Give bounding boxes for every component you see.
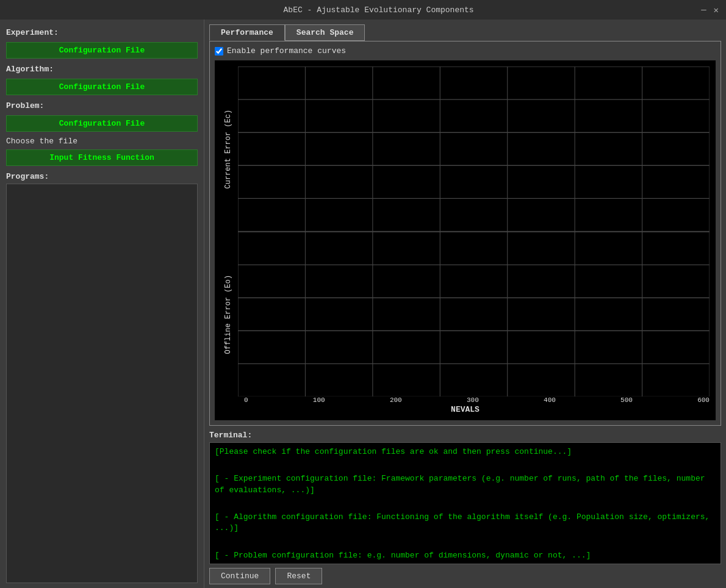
right-panel: Performance Search Space Enable performa…	[204, 20, 726, 588]
bottom-chart-container: Offline Error (Eo)	[221, 232, 710, 397]
terminal-box[interactable]: [Please check if the configuration files…	[209, 442, 721, 564]
x-tick-500: 500	[620, 396, 633, 404]
choose-file-label: Choose the file	[6, 137, 198, 146]
problem-config-button[interactable]: Configuration File	[6, 115, 198, 132]
tab-search-space[interactable]: Search Space	[285, 24, 365, 41]
x-tick-0: 0	[244, 396, 248, 404]
svg-rect-0	[238, 66, 710, 232]
continue-button[interactable]: Continue	[209, 568, 270, 584]
bottom-chart-inner: 1.0 0.8 0.6 0.4 0.2 0.0	[238, 232, 710, 397]
top-chart-inner: 1.0 0.8 0.6 0.4 0.2 0.0	[238, 66, 710, 232]
algorithm-label: Algorithm:	[6, 65, 198, 74]
close-button[interactable]: ✕	[714, 5, 719, 15]
bottom-bar: Continue Reset	[204, 564, 726, 588]
reset-button[interactable]: Reset	[275, 568, 322, 584]
input-fitness-button[interactable]: Input Fitness Function	[6, 149, 198, 166]
top-chart-container: Current Error (Ec)	[221, 66, 710, 232]
minimize-button[interactable]: —	[701, 5, 706, 15]
enable-curves-checkbox[interactable]	[215, 47, 223, 56]
svg-rect-21	[238, 232, 710, 397]
bottom-chart-y-label: Offline Error (Eo)	[221, 232, 235, 397]
terminal-line-blank-2	[215, 498, 716, 509]
x-tick-600: 600	[697, 396, 710, 404]
charts-area: Current Error (Ec)	[215, 60, 716, 420]
terminal-line-2: [ - Algorithm configuration file: Functi…	[215, 512, 716, 534]
enable-curves-row: Enable performance curves	[215, 46, 716, 56]
programs-box	[6, 184, 198, 583]
main-content: Experiment: Configuration File Algorithm…	[0, 20, 726, 588]
bottom-chart-svg: 1.0 0.8 0.6 0.4 0.2 0.0	[238, 232, 710, 397]
terminal-line-3: [ - Problem configuration file: e.g. num…	[215, 550, 716, 561]
programs-section: Programs:	[6, 168, 198, 583]
window-controls[interactable]: — ✕	[701, 5, 719, 15]
chart-panel: Enable performance curves Current Error …	[209, 41, 721, 426]
x-tick-400: 400	[544, 396, 556, 404]
terminal-section: Terminal: [Please check if the configura…	[204, 428, 726, 564]
algorithm-config-button[interactable]: Configuration File	[6, 79, 198, 95]
terminal-line-1: [ - Experiment configuration file: Frame…	[215, 473, 716, 495]
x-axis-label: NEVALS	[221, 405, 710, 414]
terminal-line-0: [Please check if the configuration files…	[215, 446, 716, 457]
window-title: AbEC - Ajustable Evolutionary Components	[56, 5, 701, 15]
x-tick-200: 200	[390, 396, 402, 404]
top-chart-y-label: Current Error (Ec)	[221, 66, 235, 232]
tab-performance[interactable]: Performance	[209, 24, 285, 41]
x-tick-100: 100	[313, 396, 325, 404]
programs-label: Programs:	[6, 172, 198, 181]
terminal-label: Terminal:	[209, 431, 721, 440]
x-axis-row: 0 100 200 300 400 500 600	[221, 396, 710, 404]
enable-curves-label: Enable performance curves	[227, 46, 346, 56]
title-bar: AbEC - Ajustable Evolutionary Components…	[0, 0, 726, 20]
experiment-label: Experiment:	[6, 28, 198, 37]
left-panel: Experiment: Configuration File Algorithm…	[0, 20, 204, 588]
problem-label: Problem:	[6, 101, 198, 110]
x-tick-300: 300	[467, 396, 479, 404]
terminal-line-blank-1	[215, 460, 716, 471]
experiment-config-button[interactable]: Configuration File	[6, 42, 198, 59]
tabs-row: Performance Search Space	[204, 20, 726, 41]
terminal-line-blank-3	[215, 536, 716, 547]
top-chart-svg: 1.0 0.8 0.6 0.4 0.2 0.0	[238, 66, 710, 232]
